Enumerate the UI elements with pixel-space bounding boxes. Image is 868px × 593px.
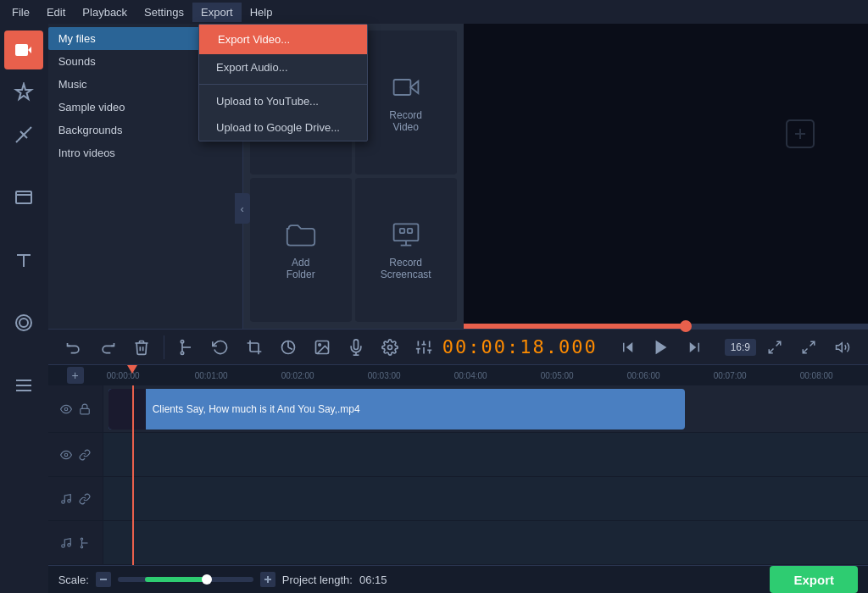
menubar: File Edit Playback Settings Export Help [0,0,868,24]
audio-track-3-area[interactable] [103,521,868,564]
add-folder-button[interactable]: AddFolder [250,178,352,322]
svg-marker-42 [689,342,696,352]
export-button[interactable]: Export [770,566,858,593]
undo-button[interactable] [58,332,89,363]
svg-point-7 [19,319,28,327]
audio-track-1-controls [48,433,103,477]
settings-button[interactable] [375,332,405,363]
upload-gdrive-item[interactable]: Upload to Google Drive... [199,114,367,141]
playback-controls [615,331,708,363]
collapse-sidebar-button[interactable]: ‹ [235,193,250,224]
volume-button[interactable] [827,332,858,363]
tool-transitions[interactable] [4,366,43,405]
track-content: Clients Say, How much is it And You Say,… [103,385,868,565]
left-toolbar [0,24,48,593]
preview-progress-bar[interactable] [464,324,868,329]
svg-rect-12 [393,80,410,95]
svg-point-29 [387,345,392,349]
preview-area [464,24,868,329]
project-length-value: 06:15 [359,574,387,586]
rotate-button[interactable] [205,332,236,363]
timeline-ruler: 00:00:00 00:01:00 00:02:00 00:03:00 00:0… [103,365,868,385]
video-track-area[interactable]: Clients Say, How much is it And You Say,… [103,385,868,432]
menu-settings[interactable]: Settings [136,3,192,22]
nav-intro-videos[interactable]: Intro videos [48,141,243,164]
audio-track-1-visibility[interactable] [58,447,74,463]
video-track-controls [48,385,103,433]
svg-rect-17 [399,229,403,233]
aspect-ratio-badge[interactable]: 16:9 [725,339,756,356]
tool-fx[interactable] [4,73,43,112]
color-button[interactable] [273,332,303,363]
scale-thumb[interactable] [202,574,212,585]
audio-track-3-scissors[interactable] [77,535,92,551]
scale-label: Scale: [58,574,89,586]
svg-marker-1 [28,47,31,53]
skip-back-button[interactable] [615,334,642,361]
upload-youtube-item[interactable]: Upload to YouTube... [199,88,367,114]
cut-button[interactable] [171,332,202,363]
audio-track-2-link[interactable] [77,491,92,507]
audio-track-1-area[interactable] [103,433,868,476]
audio-track-1-link[interactable] [77,447,92,463]
delete-button[interactable] [126,332,157,363]
fullscreen-button[interactable] [793,332,824,363]
toolbar: 00:00:18.000 16:9 [48,329,868,365]
skip-forward-button[interactable] [681,334,708,361]
track-visibility-button[interactable] [58,402,74,417]
timeline: + [48,365,868,565]
svg-rect-18 [407,229,411,233]
tool-media[interactable] [4,178,43,217]
svg-marker-41 [655,340,666,354]
tracks-wrapper: 00:00:00 00:01:00 00:02:00 00:03:00 00:0… [103,365,868,565]
timecode-display: 00:00:18.000 [442,336,598,357]
project-length-label: Project length: [282,574,353,586]
audio-track-1 [103,433,868,477]
export-video-item[interactable]: Export Video... [199,25,367,54]
svg-marker-39 [626,342,632,352]
tool-text[interactable] [4,241,43,280]
audio-track-2-area[interactable] [103,477,868,520]
menu-export[interactable]: Export [192,3,242,22]
svg-point-50 [61,500,64,503]
image-button[interactable] [307,332,337,363]
ruler-6: 00:06:00 [627,371,660,380]
audio-track-2 [103,477,868,521]
svg-rect-60 [267,576,269,583]
svg-rect-3 [16,191,31,203]
track-side-controls: + [48,365,103,565]
timecode-main: 00:00: [442,336,520,357]
scale-slider[interactable] [118,577,253,582]
tool-wand[interactable] [4,115,43,154]
ruler-5: 00:05:00 [541,371,574,380]
equalizer-button[interactable] [409,332,439,363]
export-audio-item[interactable]: Export Audio... [199,54,367,80]
video-clip[interactable]: Clients Say, How much is it And You Say,… [108,389,685,430]
audio-track-2-note[interactable] [58,491,74,507]
svg-line-44 [810,341,815,346]
clip-thumbnail [108,389,146,430]
audio-track-3-note[interactable] [58,535,74,551]
track-lock-button[interactable] [77,402,92,417]
menu-playback[interactable]: Playback [74,3,136,22]
tool-video[interactable] [4,30,43,69]
menu-file[interactable]: File [3,3,38,22]
redo-button[interactable] [92,332,123,363]
scale-zoom-out-button[interactable] [96,572,111,587]
scale-fill [145,577,206,582]
record-video-button[interactable]: RecordVideo [355,30,457,175]
menu-help[interactable]: Help [242,3,281,22]
menu-edit[interactable]: Edit [38,3,74,22]
scale-zoom-in-button[interactable] [260,572,275,587]
add-track-button[interactable]: + [67,367,84,384]
svg-point-51 [67,499,70,502]
playhead-ruler-marker [127,365,137,374]
audio-record-button[interactable] [341,332,371,363]
svg-point-6 [16,315,31,330]
svg-point-52 [61,544,64,547]
record-screencast-button[interactable]: RecordScreencast [355,178,457,322]
tool-overlay[interactable] [4,303,43,342]
play-button[interactable] [645,331,677,363]
crop-button[interactable] [239,332,270,363]
fullscreen-export-button[interactable] [760,332,790,363]
